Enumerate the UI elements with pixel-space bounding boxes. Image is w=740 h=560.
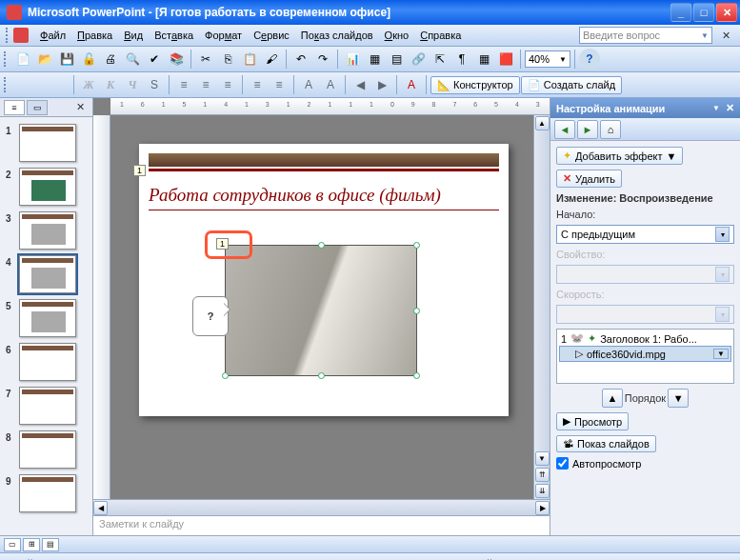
underline-button[interactable]: Ч [122,74,143,95]
menu-tools[interactable]: Сервис [248,27,295,44]
vertical-scrollbar[interactable]: ▲ ▼ ⇈ ⇊ [533,115,550,499]
align-center-button[interactable]: ≡ [195,74,216,95]
grip-handle[interactable] [4,77,8,92]
paste-button[interactable]: 📋 [239,49,260,70]
slide-thumb[interactable] [19,124,76,162]
copy-button[interactable]: ⎘ [217,49,238,70]
slide-thumb[interactable] [19,343,76,381]
close-button[interactable]: ✕ [716,3,737,22]
slide-thumb[interactable] [19,430,76,469]
slide[interactable]: 1 Работа сотрудников в офисе (фильм) [139,144,509,416]
nav-home-button[interactable]: ⌂ [600,120,621,139]
chart-button[interactable]: 📊 [342,49,363,70]
menu-help[interactable]: Справка [414,27,467,44]
move-down-button[interactable]: ▼ [668,389,689,408]
scroll-down-button[interactable]: ▼ [535,451,550,466]
spell-button[interactable]: ✔ [144,49,165,70]
next-slide-button[interactable]: ⇊ [535,484,550,498]
cut-button[interactable]: ✂ [195,49,216,70]
decrease-font-button[interactable]: A [320,74,341,95]
minimize-button[interactable]: _ [670,3,691,22]
permission-button[interactable]: 🔓 [78,49,99,70]
slide-canvas[interactable]: 1 Работа сотрудников в офисе (фильм) [110,115,533,499]
slide-title[interactable]: Работа сотрудников в офисе (фильм) [149,185,499,206]
slideshow-button[interactable]: 📽 Показ слайдов [556,435,656,452]
menu-file[interactable]: Файл [34,27,71,44]
maximize-button[interactable]: □ [693,3,714,22]
help-search-input[interactable]: Введите вопрос▼ [579,27,712,44]
move-up-button[interactable]: ▲ [602,389,623,408]
vertical-ruler[interactable] [93,115,110,499]
hyperlink-button[interactable]: 🔗 [408,49,429,70]
doc-close-button[interactable]: ✕ [718,28,734,44]
grid-button[interactable]: ▦ [473,49,494,70]
menu-insert[interactable]: Вставка [149,27,199,44]
new-button[interactable]: 📄 [12,49,33,70]
slide-thumb[interactable] [19,168,76,206]
color-button[interactable]: 🟥 [495,49,516,70]
increase-indent-button[interactable]: ▶ [371,74,392,95]
bold-button[interactable]: Ж [78,74,99,95]
save-button[interactable]: 💾 [56,49,77,70]
menu-format[interactable]: Формат [199,27,248,44]
media-placeholder[interactable] [225,245,417,376]
print-button[interactable]: 🖨 [100,49,121,70]
decrease-indent-button[interactable]: ◀ [350,74,370,95]
table-button[interactable]: ▦ [364,49,385,70]
effect-row[interactable]: 1 🐭 ✦ Заголовок 1: Рабо... [559,331,731,346]
font-combo[interactable] [12,74,70,95]
scroll-left-button[interactable]: ◀ [93,501,108,515]
panel-close-button[interactable]: ✕ [72,99,89,115]
normal-view-button[interactable]: ▭ [4,538,21,551]
scroll-right-button[interactable]: ▶ [535,501,550,515]
shadow-button[interactable]: S [144,74,165,95]
slide-thumb[interactable] [19,299,76,337]
slideshow-view-button[interactable]: ▤ [42,538,59,551]
pane-menu-button[interactable]: ▼ [712,104,720,112]
delete-effect-button[interactable]: Удалить [556,170,622,188]
bullets-button[interactable]: ≡ [269,74,290,95]
format-painter-button[interactable]: 🖌 [261,49,282,70]
new-slide-button[interactable]: 📄 Создать слайд [521,76,622,94]
preview-button[interactable]: 🔍 [122,49,143,70]
expand-button[interactable]: ⇱ [430,49,450,70]
animation-tag[interactable]: 1 [216,238,229,250]
font-color-button[interactable]: A [401,74,422,95]
menu-edit[interactable]: Правка [71,27,118,44]
research-button[interactable]: 📚 [166,49,187,70]
autopreview-checkbox[interactable]: Автопросмотр [556,457,734,470]
effects-list[interactable]: 1 🐭 ✦ Заголовок 1: Рабо... ▷ office360vi… [556,329,734,384]
slide-thumb[interactable] [19,387,76,425]
slides-tab[interactable]: ▭ [27,100,48,115]
menu-slideshow[interactable]: Показ слайдов [295,27,379,44]
start-combo[interactable]: С предыдущим▾ [556,225,734,244]
tables-borders-button[interactable]: ▤ [386,49,407,70]
align-left-button[interactable]: ≡ [173,74,194,95]
scroll-up-button[interactable]: ▲ [535,116,550,130]
numbering-button[interactable]: ≡ [247,74,268,95]
notes-pane[interactable]: Заметки к слайду [93,515,550,535]
zoom-combo[interactable]: 40%▼ [525,50,570,68]
slide-thumb[interactable] [19,474,76,512]
menu-view[interactable]: Вид [118,27,149,44]
designer-button[interactable]: 📐 Конструктор [430,76,520,94]
show-formatting-button[interactable]: ¶ [451,49,472,70]
preview-button[interactable]: ▶ Просмотр [556,412,629,430]
horizontal-scrollbar[interactable]: ◀ ▶ [93,499,550,515]
effect-row[interactable]: ▷ office360vid.mpg▼ [559,346,731,362]
animation-tag[interactable]: 1 [133,165,146,176]
sorter-view-button[interactable]: ⊞ [23,538,40,551]
help-button[interactable]: ? [579,49,600,70]
nav-forward-button[interactable]: ► [577,120,598,139]
pane-close-button[interactable]: ✕ [726,102,734,114]
menu-window[interactable]: Окно [379,27,415,44]
nav-back-button[interactable]: ◄ [554,120,575,139]
prev-slide-button[interactable]: ⇈ [535,468,550,482]
slide-thumb[interactable] [19,255,76,293]
outline-tab[interactable]: ≡ [4,100,25,115]
grip-handle[interactable] [6,28,10,43]
open-button[interactable]: 📂 [34,49,55,70]
add-effect-button[interactable]: Добавить эффект ▼ [556,147,683,165]
italic-button[interactable]: К [100,74,121,95]
undo-button[interactable]: ↶ [290,49,311,70]
